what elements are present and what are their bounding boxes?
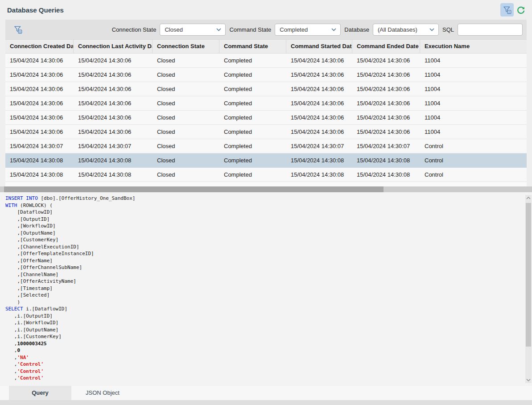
sql-code: INSERT INTO [dbo].[OfferHistory_One_Sand… — [0, 192, 532, 382]
column-header-execution-name[interactable]: Execution Name — [420, 40, 527, 53]
column-header-connection-state[interactable]: Connection State — [153, 40, 219, 53]
table-cell: 15/04/2024 14:30:07 — [352, 139, 420, 153]
filter-select-command-state[interactable]: Completed — [275, 24, 341, 36]
code-line: ,[Selected] — [5, 292, 520, 299]
table-row[interactable]: 15/04/2024 14:30:0615/04/2024 14:30:06Cl… — [5, 111, 527, 125]
table-cell: Completed — [219, 82, 286, 96]
table-cell: 15/04/2024 14:30:06 — [5, 111, 74, 124]
sql-viewer-panel: INSERT INTO [dbo].[OfferHistory_One_Sand… — [0, 192, 532, 386]
chevron-down-icon — [429, 28, 434, 31]
tab-json-object[interactable]: JSON Object — [71, 386, 134, 400]
column-header-command-started-date[interactable]: Command Started Date — [286, 40, 352, 53]
table-cell: 15/04/2024 14:30:08 — [74, 153, 153, 167]
table-cell: Completed — [219, 125, 286, 139]
bottom-strip — [0, 400, 532, 405]
code-line: SELECT i.[DataflowID] — [5, 306, 520, 313]
horizontal-scrollbar-thumb[interactable] — [4, 186, 384, 192]
code-line: ,[CustomerKey] — [5, 236, 520, 244]
table-cell: Completed — [219, 153, 286, 167]
table-cell: Closed — [153, 82, 219, 96]
table-cell: 15/04/2024 14:30:06 — [352, 111, 420, 124]
table-cell: 15/04/2024 14:30:06 — [352, 54, 420, 67]
table-cell: 15/04/2024 14:30:06 — [286, 111, 352, 124]
filter-list-icon[interactable] — [13, 25, 23, 34]
code-line: ,'Control' — [5, 375, 520, 382]
table-cell: 15/04/2024 14:30:08 — [5, 153, 74, 167]
scroll-up-icon[interactable] — [525, 195, 532, 201]
code-line: WITH (ROWLOCK) ( — [5, 202, 520, 209]
selected-value: Closed — [165, 26, 216, 33]
filter-label-database: Database — [344, 26, 369, 33]
table-row[interactable]: 15/04/2024 14:30:0715/04/2024 14:30:07Cl… — [5, 139, 527, 153]
code-line: ,[ChannelExecutionID] — [5, 244, 520, 251]
table-cell: 15/04/2024 14:30:06 — [5, 82, 74, 96]
table-cell: 15/04/2024 14:30:06 — [74, 82, 153, 96]
bottom-tab-bar: QueryJSON Object — [0, 386, 532, 400]
table-cell: Control — [420, 153, 527, 167]
code-line: ,[Timestamp] — [5, 285, 520, 292]
code-line: ,[ChannelName] — [5, 271, 520, 278]
queries-table: Connection Created DateConnection Last A… — [5, 39, 527, 186]
table-cell: 15/04/2024 14:30:06 — [286, 54, 352, 67]
code-line: ,'Control' — [5, 361, 520, 368]
table-cell: Closed — [153, 111, 219, 124]
table-cell: 11004 — [420, 54, 527, 67]
table-row[interactable]: 15/04/2024 14:30:0615/04/2024 14:30:06Cl… — [5, 68, 527, 82]
tab-query[interactable]: Query — [9, 386, 71, 400]
table-cell: 15/04/2024 14:30:06 — [74, 125, 153, 139]
table-header-row: Connection Created DateConnection Last A… — [5, 39, 527, 54]
table-cell: 11004 — [420, 96, 527, 110]
table-row-selected[interactable]: 15/04/2024 14:30:0815/04/2024 14:30:08Cl… — [5, 153, 527, 168]
top-bar: Database Queries — [0, 0, 532, 20]
column-header-command-state[interactable]: Command State — [219, 40, 286, 53]
table-cell: 15/04/2024 14:30:06 — [286, 82, 352, 96]
table-cell: Completed — [219, 96, 286, 110]
table-row[interactable]: 15/04/2024 14:30:0815/04/2024 14:30:08Cl… — [5, 168, 527, 182]
table-cell: 15/04/2024 14:30:07 — [74, 139, 153, 153]
column-header-connection-created-date[interactable]: Connection Created Date — [5, 40, 74, 53]
table-cell: 15/04/2024 14:30:06 — [286, 125, 352, 139]
filter-input-sql[interactable] — [458, 24, 523, 36]
code-line: ,i.[OutputName] — [5, 326, 520, 334]
table-cell: 15/04/2024 14:30:06 — [286, 96, 352, 110]
filter-toggle-button[interactable] — [500, 3, 514, 17]
table-cell: Completed — [219, 111, 286, 124]
table-cell: 15/04/2024 14:30:06 — [352, 96, 420, 110]
scroll-down-icon[interactable] — [525, 377, 532, 383]
chevron-down-icon — [331, 28, 336, 31]
table-cell: Control — [420, 168, 527, 182]
database-queries-window: Database Queries — [0, 0, 532, 405]
selected-value: Completed — [280, 26, 331, 33]
table-row[interactable]: 15/04/2024 14:30:0615/04/2024 14:30:06Cl… — [5, 54, 527, 68]
table-body: 15/04/2024 14:30:0615/04/2024 14:30:06Cl… — [5, 54, 527, 182]
table-cell: Completed — [219, 68, 286, 82]
table-cell: 15/04/2024 14:30:08 — [352, 153, 420, 167]
table-cell: 15/04/2024 14:30:07 — [286, 139, 352, 153]
filter-label-connection-state: Connection State — [112, 26, 157, 33]
table-row[interactable]: 15/04/2024 14:30:0615/04/2024 14:30:06Cl… — [5, 96, 527, 111]
table-cell: 15/04/2024 14:30:08 — [74, 168, 153, 182]
code-line: ,[OutputName] — [5, 230, 520, 237]
code-line: ,'NA' — [5, 354, 520, 361]
table-cell: 15/04/2024 14:30:06 — [74, 111, 153, 124]
table-cell: Completed — [219, 139, 286, 153]
column-header-connection-last-activity-date[interactable]: Connection Last Activity Date — [74, 40, 153, 53]
table-cell: 11004 — [420, 68, 527, 82]
filter-select-database[interactable]: (All Databases) — [373, 24, 439, 36]
filter-list-icon — [503, 5, 512, 15]
filter-label-sql: SQL — [442, 26, 454, 33]
table-cell: 15/04/2024 14:30:08 — [5, 168, 74, 182]
refresh-button[interactable] — [516, 5, 526, 15]
horizontal-scrollbar[interactable] — [0, 186, 532, 192]
vertical-scrollbar-thumb[interactable] — [526, 203, 531, 347]
column-header-command-ended-date[interactable]: Command Ended Date — [352, 40, 420, 53]
table-cell: Closed — [153, 54, 219, 67]
vertical-scrollbar[interactable] — [525, 195, 532, 383]
table-row[interactable]: 15/04/2024 14:30:0615/04/2024 14:30:06Cl… — [5, 82, 527, 96]
table-row[interactable]: 15/04/2024 14:30:0615/04/2024 14:30:06Cl… — [5, 125, 527, 139]
filter-select-connection-state[interactable]: Closed — [160, 24, 226, 36]
table-cell: 11004 — [420, 125, 527, 139]
table-cell: Closed — [153, 139, 219, 153]
table-cell: 11004 — [420, 111, 527, 124]
code-line: ,[OfferName] — [5, 257, 520, 264]
